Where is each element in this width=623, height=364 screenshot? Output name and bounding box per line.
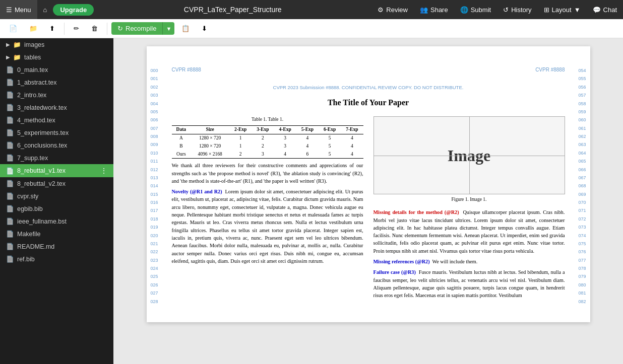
two-column-layout: Table 1. Table 1. Data Size 2-Exp 3-Exp … xyxy=(172,116,565,302)
sidebar-item-main[interactable]: 📄 0_main.tex xyxy=(0,63,113,76)
home-button[interactable]: ⌂ xyxy=(37,0,53,19)
new-file-button[interactable]: 📄 xyxy=(4,22,22,35)
table-header-3exp: 3-Exp xyxy=(252,126,274,134)
file-icon15: 📄 xyxy=(6,243,14,250)
chevron-right-icon: ▶ xyxy=(6,42,10,47)
sidebar-item-rebuttal-v2[interactable]: 📄 8_rebuttal_v2.tex xyxy=(0,177,113,190)
sidebar-file-label2: 1_abstract.tex xyxy=(17,79,57,86)
recompile-icon: ↻ xyxy=(117,25,123,32)
upgrade-button[interactable]: Upgrade xyxy=(53,4,94,16)
sidebar-item-relatedwork[interactable]: 📄 3_relatedwork.tex xyxy=(0,101,113,114)
line-numbers-right: 054 055 056 057 058 059 060 061 062 063 … xyxy=(578,66,586,306)
file-icon5: 📄 xyxy=(6,116,14,124)
sidebar-file-label7: 6_conclusions.tex xyxy=(17,142,67,149)
right-column: Image Figure 1. Image 1. Missing details… xyxy=(373,116,565,302)
more-options-icon[interactable]: ⋮ xyxy=(100,167,107,175)
sidebar-file-label: 0_main.tex xyxy=(17,66,48,74)
table-row: A1280 × 720123454 xyxy=(172,134,363,142)
sidebar-file-label14: Makefile xyxy=(17,231,41,238)
download-button[interactable]: ⬇ xyxy=(197,22,212,35)
table-header-6exp: 6-Exp xyxy=(319,126,341,134)
intro-paragraph: We thank all three reviewers for their c… xyxy=(172,162,363,185)
sidebar-item-rebuttal-v1[interactable]: 📄 8_rebuttal_v1.tex ⋮ xyxy=(0,164,113,177)
table-caption: Table 1. Table 1. xyxy=(172,116,363,123)
folder-icon: 📁 xyxy=(13,41,21,48)
sidebar-file-label6: 5_experiments.tex xyxy=(17,129,69,136)
upload-icon: ⬆ xyxy=(49,25,55,32)
delete-button[interactable]: 🗑 xyxy=(86,22,103,35)
table-header-7exp: 7-Exp xyxy=(341,126,363,134)
upload-button[interactable]: ⬆ xyxy=(44,22,60,35)
failure-paragraph: Failure case (@R3) Fusce mauris. Vestibu… xyxy=(373,268,565,299)
file-icon10: 📄 xyxy=(6,180,14,187)
recompile-group: ↻ Recompile ▼ xyxy=(111,22,174,35)
sidebar-item-intro[interactable]: 📄 2_intro.tex xyxy=(0,89,113,101)
table-header-4exp: 4-Exp xyxy=(274,126,296,134)
sidebar-file-label4: 3_relatedwork.tex xyxy=(17,104,67,111)
sidebar-item-tables[interactable]: ▶ 📁 tables xyxy=(0,51,113,63)
pdf-page: 000 001 002 003 004 005 006 007 008 009 … xyxy=(147,46,590,322)
review-button[interactable]: ⚙ Review xyxy=(371,0,414,19)
pdf-preview[interactable]: 000 001 002 003 004 005 006 007 008 009 … xyxy=(113,38,623,364)
share-button[interactable]: 👥 Share xyxy=(414,0,454,19)
sidebar-item-egbib[interactable]: 📄 egbib.bib xyxy=(0,202,113,215)
sidebar-item-ieee[interactable]: 📄 ieee_fullname.bst xyxy=(0,215,113,228)
file-icon13: 📄 xyxy=(6,217,14,225)
file-icon8: 📄 xyxy=(6,154,14,162)
sidebar-item-method[interactable]: 📄 4_method.tex xyxy=(0,114,113,126)
sidebar-item-label: images xyxy=(24,41,44,48)
sidebar-file-label3: 2_intro.tex xyxy=(17,92,46,99)
sidebar-item-experiments[interactable]: 📄 5_experiments.tex xyxy=(0,126,113,139)
sidebar-item-refbib[interactable]: 📄 ref.bib xyxy=(0,253,113,265)
table-header-2exp: 2-Exp xyxy=(229,126,252,134)
file-icon11: 📄 xyxy=(6,192,14,200)
sidebar-item-supp[interactable]: 📄 7_supp.tex xyxy=(0,152,113,164)
toolbar-separator xyxy=(64,23,65,35)
sidebar-file-label12: egbib.bib xyxy=(17,205,43,212)
novelty-heading: Novelty (@R1 and R2) xyxy=(172,189,222,194)
sidebar-item-readme[interactable]: 📄 README.md xyxy=(0,240,113,253)
submit-button[interactable]: 🌐 Submit xyxy=(454,0,497,19)
recompile-dropdown-button[interactable]: ▼ xyxy=(162,22,174,35)
sidebar-item-cvpr-sty[interactable]: 📄 cvpr.sty xyxy=(0,190,113,202)
sidebar-item-abstract[interactable]: 📄 1_abstract.tex xyxy=(0,76,113,89)
sidebar-item-conclusions[interactable]: 📄 6_conclusions.tex xyxy=(0,139,113,152)
novelty-paragraph: Novelty (@R1 and R2) Lorem ipsum dolor s… xyxy=(172,188,363,265)
table-header-5exp: 5-Exp xyxy=(296,126,319,134)
missing-refs-paragraph: Missing references (@R2) We will include… xyxy=(373,258,565,265)
table-header-size: Size xyxy=(191,126,229,134)
layout-icon: ⊞ xyxy=(544,6,549,14)
right-column-body: Missing details for the method (@R2) Qui… xyxy=(373,208,565,299)
sidebar-file-label16: ref.bib xyxy=(17,256,35,263)
new-file-icon: 📄 xyxy=(9,25,17,32)
layout-button[interactable]: ⊞ Layout ▼ xyxy=(538,0,587,19)
table-row: B1280 × 720123454 xyxy=(172,142,363,151)
confidential-banner: CVPR 2023 Submission #8888. CONFIDENTIAL… xyxy=(172,84,565,91)
document-title: CVPR_LaTex_Paper_Structure xyxy=(94,6,371,14)
submit-icon: 🌐 xyxy=(460,6,468,14)
view-pdf-button[interactable]: 📋 xyxy=(176,22,195,35)
table-header-data: Data xyxy=(172,126,191,134)
edit-button[interactable]: ✏ xyxy=(69,22,84,35)
file-icon2: 📄 xyxy=(6,79,14,86)
sidebar-item-makefile[interactable]: 📄 Makefile xyxy=(0,228,113,240)
missing-refs-text: We will include them. xyxy=(432,259,478,264)
chat-icon: 💬 xyxy=(593,6,601,14)
folder-icon2: 📁 xyxy=(13,53,21,61)
new-folder-button[interactable]: 📁 xyxy=(24,22,42,35)
file-icon: 📄 xyxy=(6,66,14,74)
delete-icon: 🗑 xyxy=(91,25,98,32)
menu-button[interactable]: ☰ Menu xyxy=(0,0,37,19)
sidebar-item-images[interactable]: ▶ 📁 images xyxy=(0,38,113,51)
history-button[interactable]: ↺ History xyxy=(497,0,537,19)
share-icon: 👥 xyxy=(420,6,428,14)
top-toolbar: ☰ Menu ⌂ Upgrade CVPR_LaTex_Paper_Struct… xyxy=(0,0,623,19)
recompile-button[interactable]: ↻ Recompile xyxy=(111,22,162,35)
chat-button[interactable]: 💬 Chat xyxy=(587,0,623,19)
novelty-text: Lorem ipsum dolor sit amet, consectetuer… xyxy=(172,189,363,264)
failure-heading: Failure case (@R3) xyxy=(373,269,416,275)
home-icon: ⌂ xyxy=(43,6,47,14)
missing-refs-heading: Missing references (@R2) xyxy=(373,259,430,264)
sidebar-item-label2: tables xyxy=(24,54,41,61)
new-folder-icon: 📁 xyxy=(29,25,37,32)
